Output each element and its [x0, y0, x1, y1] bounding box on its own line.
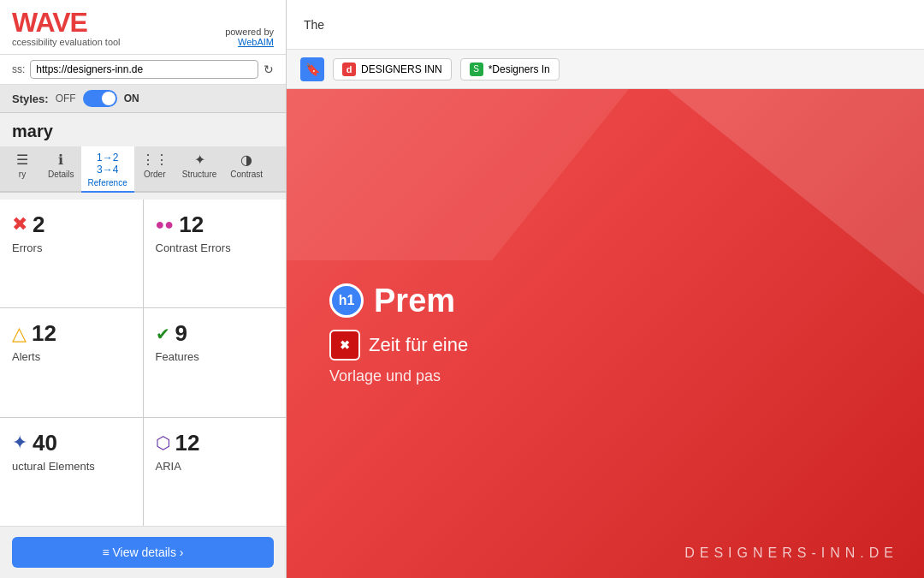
- wave-logo-a: A: [35, 7, 52, 38]
- styles-row: Styles: OFF ON: [0, 85, 286, 113]
- nav-item-summary[interactable]: ☰ ry: [3, 146, 41, 193]
- contrast-icon: ◑: [240, 152, 252, 168]
- error-icon-box: ✖: [329, 330, 360, 361]
- nav-label-reference: Reference: [88, 178, 127, 188]
- nav-item-details[interactable]: ℹ Details: [41, 146, 81, 193]
- features-count: 9: [175, 320, 187, 347]
- preview-top: The: [287, 0, 924, 50]
- nav-label-summary: ry: [19, 170, 26, 179]
- details-icon: ℹ: [58, 152, 63, 168]
- contrast-errors-label: Contrast Errors: [156, 241, 231, 254]
- aria-count: 12: [175, 430, 200, 456]
- summary-icon: ☰: [16, 152, 28, 168]
- stat-features: ✔ 9 Features: [144, 308, 287, 416]
- hero-h1-row: h1 Prem: [329, 283, 881, 319]
- hero-shape: [287, 89, 629, 260]
- hero-title: Prem: [374, 283, 455, 319]
- browser-tab-designers-inn-2[interactable]: S *Designers In: [460, 58, 560, 80]
- alerts-icon: △: [12, 323, 27, 345]
- tab2-label: *Designers In: [489, 63, 550, 75]
- stat-aria: ⬡ 12 ARIA: [144, 418, 287, 526]
- errors-icon: ✖: [12, 213, 27, 235]
- preview-panel: The 🔖 d DESIGNERS INN S *Designers In h1…: [287, 0, 924, 578]
- wave-nav: ☰ ry ℹ Details 1→23→4 Reference ⋮⋮ Order…: [0, 146, 286, 193]
- h1-badge: h1: [329, 283, 364, 318]
- wave-url-bar: ss: ↻: [0, 55, 286, 85]
- browser-tab-designers-inn[interactable]: d DESIGNERS INN: [333, 58, 452, 80]
- stat-errors: ✖ 2 Errors: [0, 200, 143, 307]
- wave-header: WAVE ccessibility evaluation tool powere…: [0, 0, 286, 55]
- alerts-count: 12: [32, 320, 56, 347]
- hero-body: Vorlage und pas: [329, 367, 881, 385]
- errors-label: Errors: [12, 241, 42, 254]
- summary-title: mary: [0, 113, 286, 146]
- nav-label-contrast: Contrast: [230, 170, 263, 179]
- nav-label-structure: Structure: [182, 170, 217, 179]
- error-x-icon: ✖: [340, 338, 350, 352]
- wave-panel: WAVE ccessibility evaluation tool powere…: [0, 0, 287, 578]
- preview-top-text: The: [304, 18, 324, 32]
- preview-hero: h1 Prem ✖ Zeit für eine Vorlage und pas …: [287, 89, 924, 578]
- designers-inn2-favicon: S: [470, 63, 483, 76]
- aria-icon: ⬡: [156, 432, 170, 453]
- view-details-button[interactable]: ≡ View details ›: [12, 537, 274, 568]
- nav-item-reference[interactable]: 1→23→4 Reference: [81, 146, 134, 193]
- stat-alerts: △ 12 Alerts: [0, 308, 143, 416]
- styles-off-label: OFF: [56, 92, 76, 104]
- structural-count: 40: [33, 430, 57, 456]
- structure-icon: ✦: [194, 152, 205, 168]
- url-input[interactable]: [30, 60, 258, 79]
- nav-label-details: Details: [48, 170, 74, 179]
- contrast-errors-count: 12: [179, 212, 204, 238]
- hero-error-row: ✖ Zeit für eine: [329, 330, 881, 361]
- alerts-label: Alerts: [12, 350, 40, 363]
- wave-logo-ve: VE: [52, 7, 87, 38]
- errors-count: 2: [33, 212, 44, 238]
- styles-label: Styles:: [12, 92, 49, 105]
- wave-subtitle: ccessibility evaluation tool: [12, 37, 121, 47]
- styles-on-label: ON: [124, 92, 139, 104]
- designers-inn-favicon: d: [342, 63, 356, 76]
- webaim-link[interactable]: WebAIM: [238, 37, 274, 47]
- nav-item-contrast[interactable]: ◑ Contrast: [223, 146, 270, 193]
- styles-toggle[interactable]: [83, 90, 117, 107]
- aria-label: ARIA: [156, 460, 181, 473]
- reload-button[interactable]: ↻: [264, 63, 274, 76]
- structural-label: uctural Elements: [12, 460, 95, 473]
- nav-item-structure[interactable]: ✦ Structure: [175, 146, 224, 193]
- order-icon: ⋮⋮: [141, 152, 169, 168]
- wave-logo: WAVE: [12, 9, 121, 36]
- wave-footer: ≡ View details ›: [0, 526, 286, 578]
- powered-by: powered by WebAIM: [225, 27, 274, 47]
- brand-text: DESIGNERS-INN.DE: [684, 545, 898, 561]
- nav-label-order: Order: [144, 170, 166, 179]
- preview-browser-bar: 🔖 d DESIGNERS INN S *Designers In: [287, 50, 924, 89]
- wave-stats: ✖ 2 Errors ●● 12 Contrast Errors △ 12 Al…: [0, 200, 286, 526]
- tab1-label: DESIGNERS INN: [361, 63, 442, 75]
- hero-subtitle: Zeit für eine: [369, 334, 468, 356]
- contrast-errors-icon: ●●: [156, 216, 175, 234]
- stat-structural: ✦ 40 uctural Elements: [0, 418, 143, 526]
- bookmark-icon: 🔖: [300, 57, 324, 81]
- reference-icon: 1→23→4: [97, 152, 118, 176]
- wave-logo-w: W: [12, 7, 35, 38]
- stat-contrast-errors: ●● 12 Contrast Errors: [144, 200, 287, 307]
- nav-item-order[interactable]: ⋮⋮ Order: [134, 146, 175, 193]
- structural-icon: ✦: [12, 432, 27, 454]
- features-icon: ✔: [156, 324, 170, 344]
- toggle-thumb: [102, 92, 116, 105]
- url-label: ss:: [12, 63, 25, 75]
- features-label: Features: [156, 350, 199, 363]
